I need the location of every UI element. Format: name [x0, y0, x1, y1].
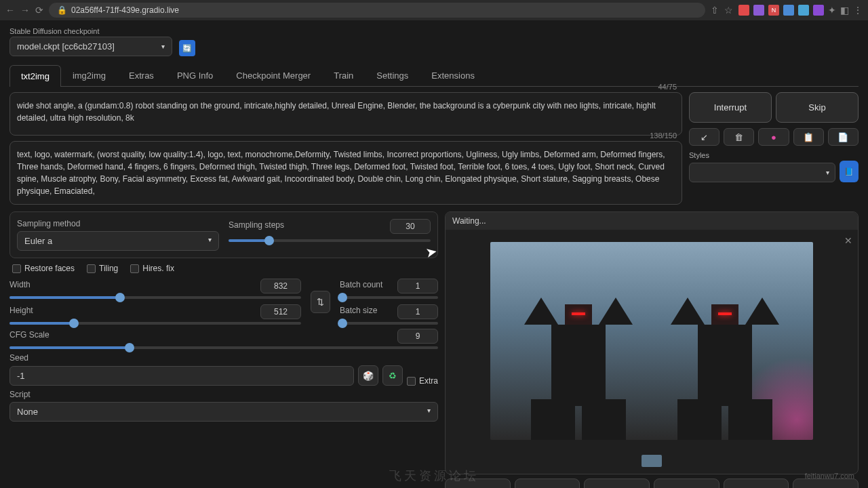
- prompt-text: wide shot angle, a (gundam:0.8) robot st…: [17, 100, 675, 124]
- send-extras-button[interactable]: Send to extras: [793, 479, 859, 488]
- seed-label: Seed: [9, 353, 438, 363]
- extra-checkbox[interactable]: Extra: [407, 376, 438, 386]
- batch-size-slider[interactable]: [340, 322, 438, 325]
- url-text: 02a56ff4-71ff-439e.gradio.live: [71, 5, 179, 15]
- star-icon[interactable]: ☆: [724, 5, 733, 16]
- zip-button[interactable]: Zip: [584, 479, 650, 488]
- output-panel: Waiting... ✕: [445, 211, 859, 474]
- neg-prompt-text: text, logo, watermark, (worst quality, l…: [17, 148, 675, 197]
- output-thumbnail[interactable]: [642, 455, 662, 467]
- styles-label: Styles: [689, 151, 859, 159]
- send-inpaint-button[interactable]: Send to inpaint: [724, 479, 789, 488]
- batch-count-slider[interactable]: [340, 296, 438, 299]
- ext-icon[interactable]: [753, 5, 764, 16]
- width-label: Width: [9, 280, 31, 289]
- recycle-icon: ♻: [389, 371, 397, 381]
- tab-img2img[interactable]: img2img: [61, 64, 117, 86]
- puzzle-icon[interactable]: ✦: [828, 5, 836, 16]
- sampling-method-select[interactable]: Euler a ▾: [17, 231, 219, 251]
- apply-styles-button[interactable]: 📘: [840, 161, 859, 182]
- panel-icon[interactable]: ◧: [840, 5, 849, 16]
- main-tabs: txt2img img2img Extras PNG Info Checkpoi…: [9, 64, 859, 87]
- interrupt-button[interactable]: Interrupt: [689, 92, 772, 123]
- tab-settings[interactable]: Settings: [365, 64, 420, 86]
- restore-faces-checkbox[interactable]: Restore faces: [12, 264, 75, 273]
- watermark-right: feitianwu7.com: [805, 472, 854, 480]
- refresh-icon: 🔄: [182, 44, 192, 53]
- checkpoint-value: model.ckpt [cc6cb27103]: [17, 41, 115, 52]
- output-status: Waiting...: [446, 212, 858, 230]
- chevron-down-icon: ▾: [161, 43, 165, 50]
- watermark-center: 飞天资源论坛: [389, 468, 479, 484]
- output-image[interactable]: [490, 242, 813, 440]
- tab-pnginfo[interactable]: PNG Info: [165, 64, 224, 86]
- file-icon: 📄: [837, 132, 848, 142]
- ext-icon[interactable]: N: [768, 5, 779, 16]
- chevron-down-icon: ▾: [427, 407, 431, 417]
- swap-dims-button[interactable]: ⇅: [311, 291, 330, 313]
- ext-icon[interactable]: [798, 5, 809, 16]
- batch-size-label: Batch size: [340, 306, 377, 315]
- checkpoint-label: Stable Diffusion checkpoint: [9, 27, 172, 35]
- height-value[interactable]: 512: [260, 304, 301, 319]
- arrow-button[interactable]: ↙: [689, 128, 719, 146]
- file-button[interactable]: 📄: [828, 128, 859, 146]
- tab-extensions[interactable]: Extensions: [420, 64, 486, 86]
- negative-prompt-input[interactable]: text, logo, watermark, (worst quality, l…: [9, 141, 682, 205]
- trash-icon: 🗑: [734, 132, 743, 142]
- forward-icon[interactable]: →: [20, 5, 30, 16]
- refresh-checkpoint-button[interactable]: 🔄: [179, 40, 195, 56]
- script-select[interactable]: None ▾: [9, 402, 438, 422]
- cfg-label: CFG Scale: [9, 330, 50, 340]
- back-icon[interactable]: ←: [5, 5, 15, 16]
- sampling-steps-slider[interactable]: [229, 239, 431, 242]
- url-bar[interactable]: 🔒 02a56ff4-71ff-439e.gradio.live: [49, 3, 705, 18]
- neg-prompt-token-count: 138/150: [650, 131, 677, 140]
- tab-extras[interactable]: Extras: [117, 64, 165, 86]
- seed-input[interactable]: -1: [9, 366, 354, 386]
- clipboard-button[interactable]: 📋: [793, 128, 824, 146]
- prompt-token-count: 44/75: [658, 83, 677, 91]
- sampling-steps-value[interactable]: 30: [390, 219, 431, 234]
- reload-icon[interactable]: ⟳: [35, 5, 43, 16]
- share-icon[interactable]: ⇧: [711, 5, 719, 16]
- height-slider[interactable]: [9, 322, 301, 325]
- cfg-slider[interactable]: [9, 346, 438, 349]
- dot-icon: ●: [771, 132, 776, 142]
- batch-count-value[interactable]: 1: [397, 279, 438, 293]
- dice-icon: 🎲: [363, 371, 374, 381]
- styles-select[interactable]: ▾: [689, 163, 835, 182]
- skip-button[interactable]: Skip: [776, 92, 859, 123]
- close-icon[interactable]: ✕: [844, 235, 852, 246]
- batch-size-value[interactable]: 1: [397, 304, 438, 319]
- ext-icon[interactable]: [813, 5, 824, 16]
- save-button[interactable]: Save: [515, 479, 580, 488]
- prompt-input[interactable]: wide shot angle, a (gundam:0.8) robot st…: [9, 92, 682, 136]
- checkpoint-select[interactable]: model.ckpt [cc6cb27103] ▾: [9, 37, 172, 56]
- width-slider[interactable]: [9, 296, 301, 299]
- style-dot-button[interactable]: ●: [758, 128, 789, 146]
- sampling-steps-label: Sampling steps: [229, 220, 284, 230]
- apply-icon: 📘: [844, 167, 854, 176]
- swap-icon: ⇅: [317, 297, 324, 307]
- browser-chrome: ← → ⟳ 🔒 02a56ff4-71ff-439e.gradio.live ⇧…: [0, 0, 868, 20]
- reuse-seed-button[interactable]: ♻: [382, 365, 403, 386]
- tab-train[interactable]: Train: [322, 64, 365, 86]
- send-img2img-button[interactable]: Send to img2img: [654, 479, 719, 488]
- sampling-method-label: Sampling method: [17, 219, 219, 228]
- hires-fix-checkbox[interactable]: Hires. fix: [130, 264, 174, 273]
- trash-button[interactable]: 🗑: [724, 128, 754, 146]
- ext-icon[interactable]: [783, 5, 794, 16]
- width-value[interactable]: 832: [260, 279, 301, 293]
- batch-count-label: Batch count: [340, 280, 382, 289]
- ext-icon[interactable]: [738, 5, 749, 16]
- tab-ckpt-merger[interactable]: Checkpoint Merger: [224, 64, 322, 86]
- script-label: Script: [9, 390, 438, 399]
- tab-txt2img[interactable]: txt2img: [9, 65, 61, 87]
- random-seed-button[interactable]: 🎲: [358, 365, 378, 386]
- tiling-checkbox[interactable]: Tiling: [87, 264, 118, 273]
- menu-icon[interactable]: ⋮: [853, 5, 863, 16]
- chevron-down-icon: ▾: [208, 236, 212, 246]
- clipboard-icon: 📋: [803, 132, 814, 142]
- cfg-value[interactable]: 9: [397, 329, 438, 344]
